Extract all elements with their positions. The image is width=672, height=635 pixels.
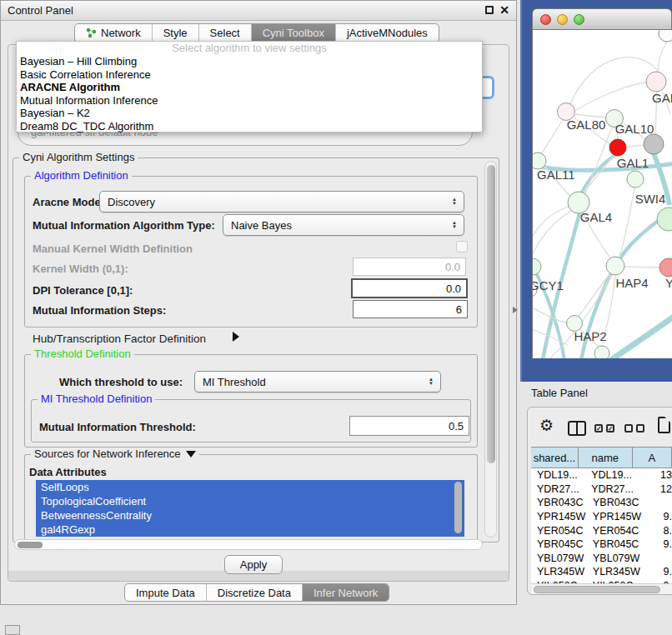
network-node-gcy1[interactable] <box>533 258 541 275</box>
dropdown-item-dream8[interactable]: Dream8 DC_TDC Algorithm <box>17 120 482 133</box>
gear-icon[interactable]: ⚙ <box>539 418 554 433</box>
table-row[interactable]: YBL079W YBL079W <box>531 552 672 566</box>
network-node[interactable] <box>659 30 672 42</box>
cell-value: 9. <box>659 511 672 522</box>
network-node-salmon[interactable] <box>659 258 672 277</box>
algorithm-definition-title: Algorithm Definition <box>31 169 132 182</box>
tab-select[interactable]: Select <box>199 24 252 42</box>
minimize-traffic-light-icon[interactable] <box>557 14 568 25</box>
list-item-gal4rgexp[interactable]: gal4RGexp <box>36 522 464 537</box>
table-row[interactable]: YPR145W YPR145W 9. <box>531 510 672 524</box>
column-header-label: A <box>648 452 655 464</box>
cell-value: 12 <box>656 483 672 495</box>
network-node[interactable] <box>594 346 609 358</box>
cell-shared-name: YDL19... <box>531 469 589 481</box>
mi-steps-field[interactable]: 6 <box>353 300 468 318</box>
close-traffic-light-icon[interactable] <box>540 14 551 25</box>
tab-jactivemnodules[interactable]: jActiveMNodules <box>336 24 439 42</box>
spinner-arrows-icon: ▲▼ <box>452 221 457 229</box>
cell-name: YBR045C <box>591 538 659 550</box>
list-item-selfloops[interactable]: SelfLoops <box>36 480 464 494</box>
network-window-titlebar[interactable] <box>532 8 672 30</box>
tab-cyni-toolbox[interactable]: Cyni Toolbox <box>252 24 336 42</box>
export-table-icon[interactable] <box>658 417 670 433</box>
column-header-name[interactable]: name <box>579 448 633 468</box>
control-panel-window: Control Panel ✕ Network Style Select Cyn… <box>0 0 517 605</box>
dpi-tolerance-value: 0.0 <box>446 282 461 295</box>
node-label-swi4: SWI4 <box>635 192 666 206</box>
mi-algorithm-type-combobox[interactable]: Naive Bayes ▲▼ <box>223 214 464 236</box>
cell-shared-name: YPR145W <box>531 511 591 522</box>
select-all-check-icon[interactable]: ✓ <box>606 424 614 432</box>
list-item-topologicalcoefficient[interactable]: TopologicalCoefficient <box>36 494 464 508</box>
network-canvas[interactable]: GAL GAL80 GAL10 GAL1 GAL11 GAL4 SWI4 HAP… <box>532 30 672 358</box>
settings-horizontal-scrollbar[interactable] <box>14 539 483 550</box>
tab-discretize-data[interactable]: Discretize Data <box>207 584 303 601</box>
aracne-mode-combobox[interactable]: Discovery ▲▼ <box>99 191 464 212</box>
cell-shared-name: YDR27... <box>531 483 589 495</box>
cell-shared-name: YER054C <box>531 525 591 537</box>
network-node-swi4[interactable] <box>657 208 672 231</box>
cell-name: YBL079W <box>591 552 659 564</box>
dropdown-item-bayesian-k2[interactable]: Bayesian – K2 <box>17 107 482 120</box>
float-window-icon[interactable] <box>485 6 494 14</box>
mi-algorithm-type-label: Mutual Information Algorithm Type: <box>33 219 215 232</box>
settings-vertical-scrollbar[interactable] <box>484 161 497 538</box>
which-threshold-combobox[interactable]: MI Threshold ▲▼ <box>194 371 441 392</box>
cell-shared-name: YBR045C <box>531 538 591 550</box>
close-icon[interactable]: ✕ <box>499 3 509 17</box>
table-row[interactable]: YLR345W YLR345W 9. <box>531 565 672 579</box>
table-row[interactable]: YBR045C YBR045C 9. <box>531 538 672 552</box>
tab-impute-data[interactable]: Impute Data <box>125 584 207 601</box>
collapse-arrow-icon[interactable] <box>186 451 196 458</box>
splitter-arrow-icon[interactable] <box>513 307 518 313</box>
split-columns-icon[interactable] <box>568 421 586 436</box>
table-row[interactable]: YER054C YER054C 8. <box>531 523 672 538</box>
tab-style[interactable]: Style <box>153 24 199 42</box>
list-item-betweennesscentrality[interactable]: BetweennessCentrality <box>36 508 464 522</box>
table-row[interactable]: YBR043C YBR043C <box>531 496 672 510</box>
dropdown-item-bayesian-hill[interactable]: Bayesian – Hill Climbing <box>17 55 482 68</box>
deselect-all-icon[interactable] <box>636 424 644 432</box>
aracne-mode-value: Discovery <box>108 196 155 208</box>
dropdown-item-basic-correlation[interactable]: Basic Correlation Inference <box>17 68 482 82</box>
attributes-list-scrollbar[interactable] <box>454 482 462 533</box>
select-all-check-icon[interactable]: ✓ <box>594 424 603 432</box>
network-edges-teal <box>533 153 672 358</box>
tab-infer-network[interactable]: Infer Network <box>303 584 389 601</box>
mi-algorithm-type-value: Naive Bayes <box>231 219 292 232</box>
zoom-traffic-light-icon[interactable] <box>574 14 584 25</box>
network-node-gal1-selected[interactable] <box>609 139 626 156</box>
control-panel-title: Control Panel <box>8 4 73 17</box>
mi-threshold-field[interactable]: 0.5 <box>349 416 469 436</box>
network-node-hap4[interactable] <box>606 257 624 275</box>
kernel-width-field[interactable]: 0.0 <box>353 258 466 276</box>
column-header-partial[interactable]: A <box>633 448 672 468</box>
apply-button[interactable]: Apply <box>224 555 283 574</box>
tab-network[interactable]: Network <box>75 24 153 42</box>
network-node[interactable] <box>627 171 644 188</box>
table-horizontal-scrollbar[interactable] <box>531 583 672 594</box>
dropdown-item-aracne[interactable]: ARACNE Algorithm <box>17 81 482 94</box>
column-header-shared-name[interactable]: shared... <box>531 448 579 468</box>
network-node-gray[interactable] <box>644 134 664 154</box>
tab-infer-network-label: Infer Network <box>313 587 378 599</box>
network-node-gal11[interactable] <box>533 152 546 169</box>
dpi-tolerance-field[interactable]: 0.0 <box>351 278 468 298</box>
table-row[interactable]: YDL19... YDL19... 13 <box>531 468 672 482</box>
cell-value: 13 <box>656 469 672 481</box>
manual-kernel-width-checkbox[interactable] <box>456 241 468 252</box>
cell-name: YPR145W <box>591 511 659 522</box>
cell-name: YER054C <box>591 525 659 537</box>
dropdown-item-mutual-information[interactable]: Mutual Information Inference <box>17 94 482 108</box>
sources-group-title[interactable]: Sources for Network Inference <box>31 448 199 460</box>
mi-threshold-value: 0.5 <box>449 420 464 432</box>
table-row[interactable]: YDR27... YDR27... 12 <box>531 482 672 497</box>
deselect-all-icon[interactable] <box>624 424 633 432</box>
cell-shared-name: YBL079W <box>531 552 591 564</box>
panel-grip-icon[interactable] <box>5 625 20 635</box>
hub-definition-label[interactable]: Hub/Transcription Factor Definition <box>33 332 206 345</box>
network-node-gal-partial[interactable] <box>646 72 666 92</box>
table-header-row: shared... name A <box>531 447 672 468</box>
expand-arrow-icon[interactable] <box>233 332 239 342</box>
